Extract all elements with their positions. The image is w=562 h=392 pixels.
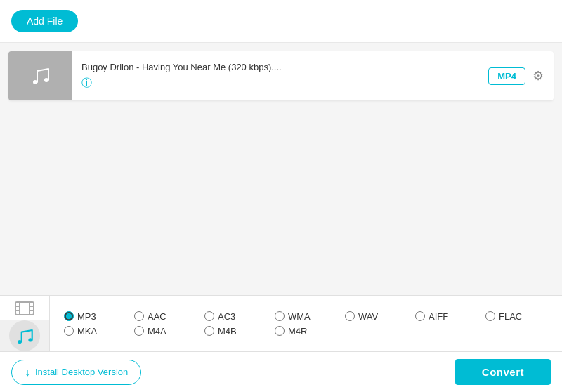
audio-icon (14, 325, 35, 346)
music-icon (27, 63, 53, 89)
file-actions: MP4 ⚙ (488, 67, 554, 85)
format-mp3[interactable]: MP3 (64, 311, 113, 322)
format-mka[interactable]: MKA (64, 326, 113, 337)
file-thumbnail (8, 51, 72, 100)
top-bar: Add File (0, 0, 562, 43)
svg-rect-2 (15, 302, 34, 315)
format-row-1: MP3 AAC AC3 WMA WAV AIFF (64, 311, 548, 322)
format-wav[interactable]: WAV (345, 311, 394, 322)
format-badge[interactable]: MP4 (488, 67, 525, 85)
svg-point-10 (28, 338, 32, 341)
format-options: MP3 AAC AC3 WMA WAV AIFF (50, 296, 562, 351)
info-icon[interactable]: ⓘ (81, 77, 92, 89)
install-label: Install Desktop Version (35, 367, 128, 377)
convert-button[interactable]: Convert (455, 359, 551, 385)
file-item: Bugoy Drilon - Having You Near Me (320 k… (8, 51, 554, 100)
format-row-2: MKA M4A M4B M4R (64, 326, 548, 337)
file-name: Bugoy Drilon - Having You Near Me (320 k… (81, 62, 478, 72)
file-list: Bugoy Drilon - Having You Near Me (320 k… (0, 43, 562, 295)
tab-video[interactable] (0, 296, 49, 320)
file-info: Bugoy Drilon - Having You Near Me (320 k… (72, 55, 488, 97)
svg-point-0 (33, 80, 37, 84)
format-m4a[interactable]: M4A (134, 326, 183, 337)
format-wma[interactable]: WMA (275, 311, 324, 322)
format-type-tabs (0, 296, 50, 351)
format-bar: MP3 AAC AC3 WMA WAV AIFF (0, 295, 562, 351)
format-aac[interactable]: AAC (134, 311, 183, 322)
install-button[interactable]: ↓ Install Desktop Version (11, 360, 141, 385)
svg-point-1 (44, 78, 48, 82)
format-flac[interactable]: FLAC (485, 311, 535, 322)
format-m4r[interactable]: M4R (275, 326, 324, 337)
video-icon (14, 298, 35, 319)
download-icon: ↓ (25, 366, 30, 379)
svg-point-9 (18, 340, 21, 344)
tab-audio[interactable] (0, 320, 49, 351)
format-m4b[interactable]: M4B (204, 326, 254, 337)
add-file-button[interactable]: Add File (11, 10, 78, 32)
format-ac3[interactable]: AC3 (204, 311, 254, 322)
footer-bar: ↓ Install Desktop Version Convert (0, 351, 562, 392)
settings-icon[interactable]: ⚙ (532, 68, 544, 84)
format-aiff[interactable]: AIFF (415, 311, 464, 322)
